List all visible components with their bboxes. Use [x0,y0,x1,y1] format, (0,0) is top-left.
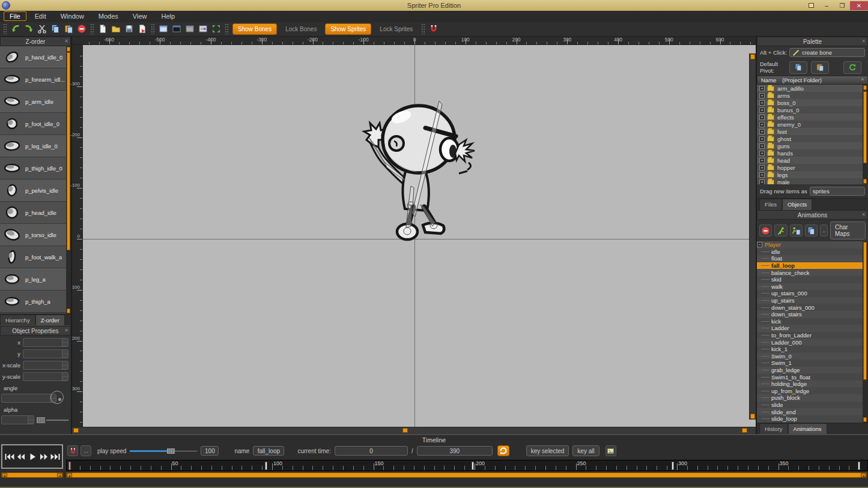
tab-z-order[interactable]: Z-order [35,315,65,325]
expand-plus-icon[interactable]: + [759,107,765,113]
animation-item[interactable]: up_stairs [757,297,863,304]
current-time-field[interactable]: 0 [335,446,408,456]
angle-field[interactable] [1,394,56,403]
scroll-handle[interactable] [402,428,408,433]
palette-scrollbar[interactable] [863,85,868,184]
animation-item[interactable]: Ladder [757,325,863,332]
close-icon[interactable] [861,38,866,44]
animation-item[interactable]: holding_ledge [757,381,863,388]
scroll-down-icon[interactable] [67,309,70,313]
animation-item[interactable]: kick_1 [757,346,863,353]
animation-item[interactable]: to_from_Ladder [757,332,863,339]
keyframe-marker[interactable] [858,462,860,470]
animation-item[interactable]: push_block [757,394,863,402]
show-sprites-button[interactable]: Show Sprites [325,23,371,35]
animation-item[interactable]: slide_loop [757,415,863,423]
scroll-handle[interactable] [863,91,867,163]
animation-item[interactable]: skid [757,276,863,283]
animations-scrollbar[interactable] [863,241,868,423]
x-field[interactable] [23,338,68,347]
scroll-down-icon[interactable] [863,417,867,422]
window-gray-icon[interactable] [183,23,196,35]
menu-edit[interactable]: Edit [29,11,52,21]
animation-item[interactable]: Ladder_000 [757,339,863,346]
open-folder-icon[interactable] [109,23,123,35]
titlebar-extra-icon[interactable] [803,1,819,10]
expand-plus-icon[interactable]: + [759,115,765,120]
scroll-right-icon[interactable] [742,428,747,433]
skip-to-end-button[interactable] [49,449,61,465]
animation-item[interactable]: Swim_0 [757,353,863,360]
paste-icon[interactable] [62,23,75,35]
zorder-item[interactable]: p_hand_idle_0 [0,46,66,68]
y-spinner[interactable] [62,350,68,358]
scroll-down-icon[interactable] [863,179,867,184]
scroll-up-icon[interactable] [67,47,70,52]
animation-item[interactable]: down_stairs_000 [757,304,863,311]
alt-click-dropdown[interactable]: create bone [789,48,865,57]
delete-icon[interactable] [75,23,88,35]
character-sprite[interactable] [358,98,481,245]
copy-icon[interactable] [49,23,62,35]
zorder-item[interactable]: p_pelvis_idle [0,179,66,202]
animation-item[interactable]: grab_ledge [757,367,863,374]
alpha-spinner[interactable] [28,416,34,424]
y-scale-spinner[interactable] [62,373,68,381]
animation-item[interactable]: idle [757,249,863,256]
pivot-paste-button[interactable] [811,61,829,74]
menu-modes[interactable]: Modes [93,11,124,21]
zorder-item[interactable]: p_leg_a [0,268,66,291]
animation-item[interactable]: down_stairs [757,311,863,318]
expand-icon[interactable] [210,23,223,35]
close-icon[interactable] [64,328,68,333]
palette-tree-header[interactable]: Name (Project Folder) ^ [757,76,868,85]
folder-row[interactable]: +head [757,157,863,164]
zorder-item[interactable]: p_arm_idle [0,91,66,113]
animation-item[interactable]: up_from_ledge [757,387,863,394]
play-speed-value[interactable]: 100 [201,446,219,456]
redo-icon[interactable] [22,23,35,35]
key-selected-button[interactable]: key selected [526,445,569,456]
loop-playback-button[interactable] [497,445,509,456]
tab-animations[interactable]: Animations [788,423,827,434]
alpha-slider-handle[interactable] [37,417,45,423]
alpha-slider[interactable] [37,417,68,423]
y-scale-field[interactable] [23,372,68,381]
scroll-down-icon[interactable] [750,414,755,419]
animation-name-field[interactable]: fall_loop [253,446,284,456]
expand-plus-icon[interactable]: + [759,165,765,170]
tab-hierarchy[interactable]: Hierarchy [0,315,35,325]
animation-item[interactable]: balance_check [757,269,863,276]
drag-new-items-dropdown[interactable]: sprites [810,187,865,196]
expand-plus-icon[interactable]: + [759,93,765,98]
import-icon[interactable] [136,23,149,35]
menu-view[interactable]: View [127,11,153,21]
y-field[interactable] [23,349,68,358]
canvas[interactable] [83,45,756,427]
scroll-left-icon[interactable] [73,428,79,433]
char-maps-button[interactable]: Char Maps [830,221,866,239]
timeline-scrollbar[interactable] [66,472,867,478]
scroll-left-icon[interactable] [2,473,7,477]
expand-plus-icon[interactable]: + [759,129,765,134]
animation-item[interactable]: slide [757,402,863,409]
animation-item[interactable]: up_stairs_000 [757,290,863,297]
expand-plus-icon[interactable]: + [759,136,765,142]
animation-root[interactable]: −Player [757,241,863,249]
tab-objects[interactable]: Objects [782,199,812,210]
collapse-minus-icon[interactable]: − [757,242,762,247]
folder-row[interactable]: +boss_0 [757,99,863,106]
previous-frame-button[interactable] [15,449,26,465]
folder-row[interactable]: +arm_adillo [757,85,863,92]
keyframe-marker[interactable] [672,462,674,470]
folder-row[interactable]: +hands [757,149,863,157]
pivot-copy-button[interactable] [789,61,807,74]
play-speed-slider[interactable] [130,447,197,454]
copy-animation-button[interactable] [805,224,818,236]
animation-item[interactable]: Swim1_to_float [757,373,863,381]
more-animations-button[interactable]: .. [820,224,828,236]
snap-magnet-button[interactable] [67,445,78,456]
alpha-field[interactable] [1,415,34,424]
animation-item[interactable]: slide_start [757,422,863,423]
folder-row[interactable]: +hopper [757,164,863,171]
